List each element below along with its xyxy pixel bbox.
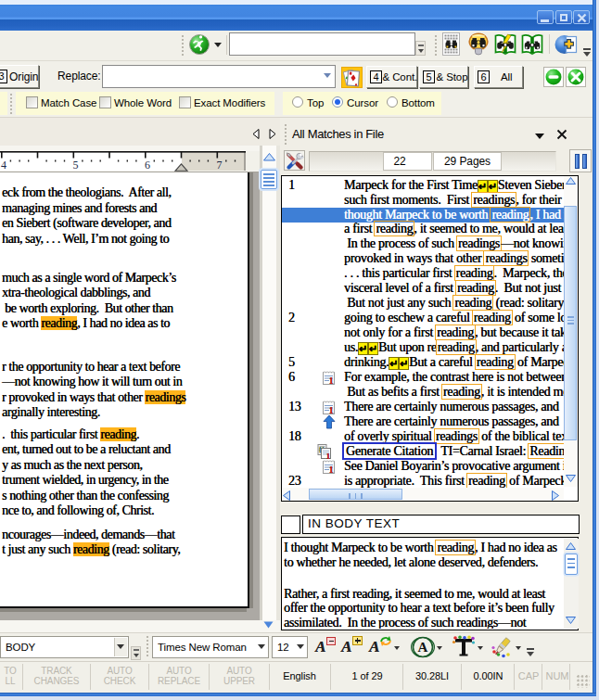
svg-text:1: 1 — [329, 405, 334, 414]
svg-text:7: 7 — [217, 159, 223, 172]
svg-text:4: 4 — [1, 159, 6, 172]
svg-text:6: 6 — [145, 159, 150, 172]
svg-text:1: 1 — [329, 375, 334, 385]
svg-text:5: 5 — [73, 159, 79, 172]
svg-text:A: A — [418, 640, 428, 655]
svg-text:1: 1 — [329, 465, 334, 474]
